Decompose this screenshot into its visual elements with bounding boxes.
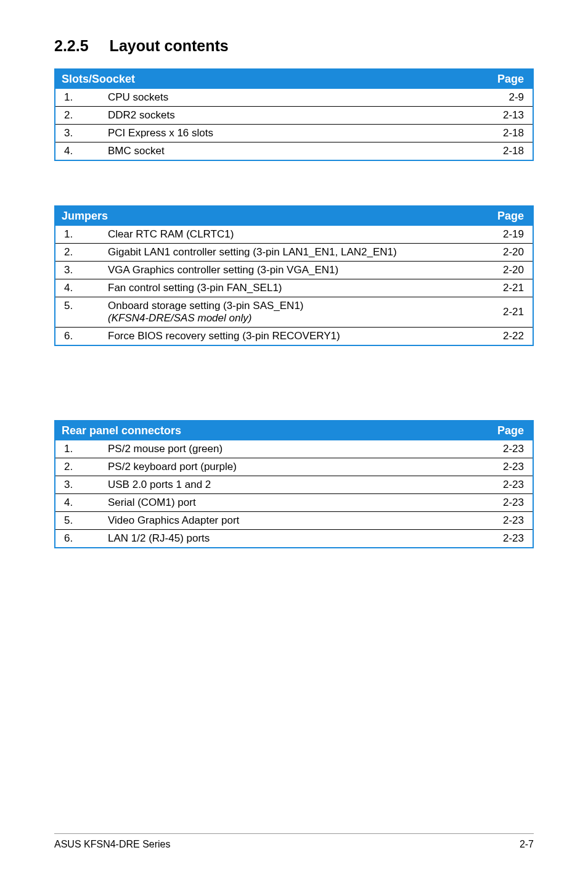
- table-row: 1.PS/2 mouse port (green)2-23: [55, 440, 533, 458]
- table-row: 5.Video Graphics Adapter port2-23: [55, 512, 533, 530]
- slots-table: Slots/Soocket Page 1.CPU sockets2-9 2.DD…: [54, 68, 534, 161]
- section-number: 2.2.5: [54, 37, 89, 55]
- row-name: VGA Graphics controller setting (3-pin V…: [102, 262, 478, 279]
- row-page: 2-19: [478, 226, 533, 244]
- row-index: 6.: [55, 328, 102, 346]
- row-index: 4.: [55, 142, 102, 161]
- row-page: 2-13: [478, 107, 533, 125]
- row-page: 2-23: [478, 458, 533, 476]
- table-row: 1.CPU sockets2-9: [55, 89, 533, 107]
- row-name-main: Onboard storage setting (3-pin SAS_EN1): [108, 300, 304, 311]
- row-page: 2-23: [478, 440, 533, 458]
- page: 2.2.5Layout contents Slots/Soocket Page …: [0, 0, 588, 887]
- row-name: Video Graphics Adapter port: [102, 512, 478, 530]
- row-page: 2-20: [478, 262, 533, 279]
- row-index: 2.: [55, 244, 102, 262]
- row-index: 3.: [55, 476, 102, 494]
- table-row: 3.PCI Express x 16 slots2-18: [55, 125, 533, 142]
- row-index: 1.: [55, 89, 102, 107]
- row-index: 5.: [55, 512, 102, 530]
- row-index: 2.: [55, 107, 102, 125]
- row-index: 3.: [55, 262, 102, 279]
- row-index: 4.: [55, 494, 102, 512]
- table-row: 3.VGA Graphics controller setting (3-pin…: [55, 262, 533, 279]
- row-page: 2-20: [478, 244, 533, 262]
- page-footer: ASUS KFSN4-DRE Series 2-7: [54, 833, 534, 850]
- row-name: LAN 1/2 (RJ-45) ports: [102, 530, 478, 548]
- footer-right: 2-7: [520, 839, 534, 850]
- row-name: Gigabit LAN1 controller setting (3-pin L…: [102, 244, 478, 262]
- section-title: Layout contents: [110, 37, 229, 54]
- slots-header-right: Page: [478, 69, 533, 89]
- row-page: 2-9: [478, 89, 533, 107]
- table-row: 3.USB 2.0 ports 1 and 22-23: [55, 476, 533, 494]
- rear-header-right: Page: [478, 421, 533, 440]
- row-page: 2-23: [478, 512, 533, 530]
- jumpers-header-left: Jumpers: [55, 206, 478, 226]
- row-name: PCI Express x 16 slots: [102, 125, 478, 142]
- row-name: PS/2 mouse port (green): [102, 440, 478, 458]
- row-index: 2.: [55, 458, 102, 476]
- table-row: 4.BMC socket2-18: [55, 142, 533, 161]
- row-name: Clear RTC RAM (CLRTC1): [102, 226, 478, 244]
- table-row: 4.Serial (COM1) port2-23: [55, 494, 533, 512]
- row-name-note: (KFSN4-DRE/SAS model only): [108, 312, 251, 324]
- table-row: 2.DDR2 sockets2-13: [55, 107, 533, 125]
- row-name: BMC socket: [102, 142, 478, 161]
- rear-header-left: Rear panel connectors: [55, 421, 478, 440]
- row-page: 2-21: [478, 279, 533, 297]
- table-row: 2.Gigabit LAN1 controller setting (3-pin…: [55, 244, 533, 262]
- row-index: 6.: [55, 530, 102, 548]
- row-name: CPU sockets: [102, 89, 478, 107]
- row-page: 2-21: [478, 297, 533, 328]
- row-page: 2-18: [478, 142, 533, 161]
- row-name: Serial (COM1) port: [102, 494, 478, 512]
- table-row: 5. Onboard storage setting (3-pin SAS_EN…: [55, 297, 533, 328]
- row-page: 2-22: [478, 328, 533, 346]
- row-name: DDR2 sockets: [102, 107, 478, 125]
- row-name: PS/2 keyboard port (purple): [102, 458, 478, 476]
- row-name: Fan control setting (3-pin FAN_SEL1): [102, 279, 478, 297]
- row-page: 2-18: [478, 125, 533, 142]
- row-index: 5.: [55, 297, 102, 328]
- table-row: 2.PS/2 keyboard port (purple)2-23: [55, 458, 533, 476]
- row-page: 2-23: [478, 530, 533, 548]
- row-name: USB 2.0 ports 1 and 2: [102, 476, 478, 494]
- rear-panel-table: Rear panel connectors Page 1.PS/2 mouse …: [54, 420, 534, 548]
- footer-left: ASUS KFSN4-DRE Series: [54, 839, 171, 850]
- row-index: 1.: [55, 440, 102, 458]
- row-name: Onboard storage setting (3-pin SAS_EN1) …: [102, 297, 478, 328]
- table-row: 6.LAN 1/2 (RJ-45) ports2-23: [55, 530, 533, 548]
- section-heading: 2.2.5Layout contents: [54, 37, 534, 55]
- jumpers-header-right: Page: [478, 206, 533, 226]
- table-row: 4.Fan control setting (3-pin FAN_SEL1)2-…: [55, 279, 533, 297]
- row-page: 2-23: [478, 476, 533, 494]
- table-row: 1.Clear RTC RAM (CLRTC1)2-19: [55, 226, 533, 244]
- row-index: 4.: [55, 279, 102, 297]
- row-index: 1.: [55, 226, 102, 244]
- row-page: 2-23: [478, 494, 533, 512]
- table-row: 6.Force BIOS recovery setting (3-pin REC…: [55, 328, 533, 346]
- jumpers-table: Jumpers Page 1.Clear RTC RAM (CLRTC1)2-1…: [54, 205, 534, 346]
- slots-header-left: Slots/Soocket: [55, 69, 478, 89]
- row-index: 3.: [55, 125, 102, 142]
- row-name: Force BIOS recovery setting (3-pin RECOV…: [102, 328, 478, 346]
